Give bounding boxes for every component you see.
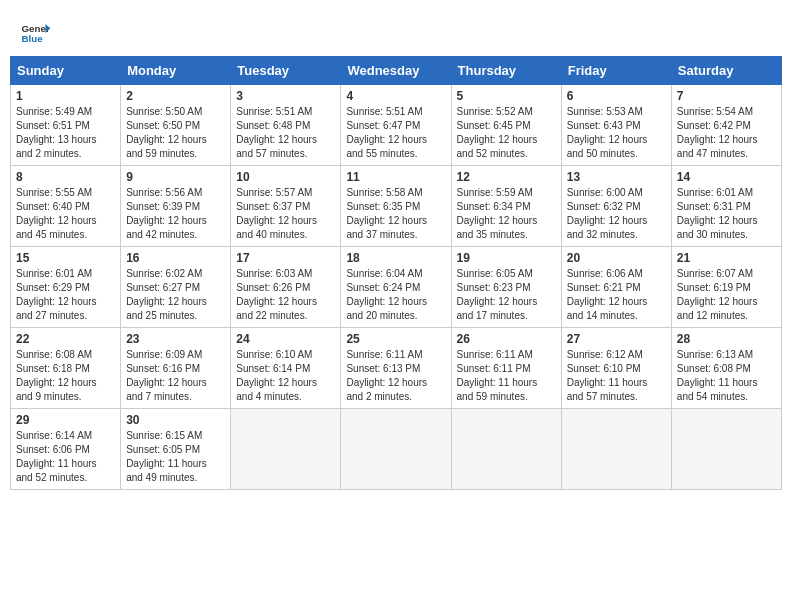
day-number: 24 (236, 332, 335, 346)
day-info: Sunrise: 5:59 AM Sunset: 6:34 PM Dayligh… (457, 186, 556, 242)
day-number: 21 (677, 251, 776, 265)
logo-icon: General Blue (20, 18, 50, 48)
day-number: 7 (677, 89, 776, 103)
calendar-day: 7Sunrise: 5:54 AM Sunset: 6:42 PM Daylig… (671, 85, 781, 166)
weekday-monday: Monday (121, 57, 231, 85)
calendar-day: 11Sunrise: 5:58 AM Sunset: 6:35 PM Dayli… (341, 166, 451, 247)
day-info: Sunrise: 6:01 AM Sunset: 6:31 PM Dayligh… (677, 186, 776, 242)
day-info: Sunrise: 6:02 AM Sunset: 6:27 PM Dayligh… (126, 267, 225, 323)
calendar-day: 28Sunrise: 6:13 AM Sunset: 6:08 PM Dayli… (671, 328, 781, 409)
day-info: Sunrise: 6:01 AM Sunset: 6:29 PM Dayligh… (16, 267, 115, 323)
svg-text:Blue: Blue (22, 33, 44, 44)
calendar-day: 5Sunrise: 5:52 AM Sunset: 6:45 PM Daylig… (451, 85, 561, 166)
calendar-day: 9Sunrise: 5:56 AM Sunset: 6:39 PM Daylig… (121, 166, 231, 247)
calendar-day: 18Sunrise: 6:04 AM Sunset: 6:24 PM Dayli… (341, 247, 451, 328)
calendar-day: 22Sunrise: 6:08 AM Sunset: 6:18 PM Dayli… (11, 328, 121, 409)
day-number: 3 (236, 89, 335, 103)
day-number: 19 (457, 251, 556, 265)
day-number: 29 (16, 413, 115, 427)
day-number: 9 (126, 170, 225, 184)
day-info: Sunrise: 6:07 AM Sunset: 6:19 PM Dayligh… (677, 267, 776, 323)
day-info: Sunrise: 6:08 AM Sunset: 6:18 PM Dayligh… (16, 348, 115, 404)
page-header: General Blue (10, 10, 782, 52)
day-info: Sunrise: 5:50 AM Sunset: 6:50 PM Dayligh… (126, 105, 225, 161)
day-info: Sunrise: 5:55 AM Sunset: 6:40 PM Dayligh… (16, 186, 115, 242)
calendar-day: 2Sunrise: 5:50 AM Sunset: 6:50 PM Daylig… (121, 85, 231, 166)
calendar-week-4: 22Sunrise: 6:08 AM Sunset: 6:18 PM Dayli… (11, 328, 782, 409)
calendar-body: 1Sunrise: 5:49 AM Sunset: 6:51 PM Daylig… (11, 85, 782, 490)
calendar-day (671, 409, 781, 490)
calendar-day: 10Sunrise: 5:57 AM Sunset: 6:37 PM Dayli… (231, 166, 341, 247)
day-number: 10 (236, 170, 335, 184)
calendar-day (451, 409, 561, 490)
calendar-day: 26Sunrise: 6:11 AM Sunset: 6:11 PM Dayli… (451, 328, 561, 409)
weekday-thursday: Thursday (451, 57, 561, 85)
day-info: Sunrise: 6:09 AM Sunset: 6:16 PM Dayligh… (126, 348, 225, 404)
day-number: 16 (126, 251, 225, 265)
calendar-day: 1Sunrise: 5:49 AM Sunset: 6:51 PM Daylig… (11, 85, 121, 166)
calendar-day: 19Sunrise: 6:05 AM Sunset: 6:23 PM Dayli… (451, 247, 561, 328)
calendar-week-1: 1Sunrise: 5:49 AM Sunset: 6:51 PM Daylig… (11, 85, 782, 166)
calendar-week-3: 15Sunrise: 6:01 AM Sunset: 6:29 PM Dayli… (11, 247, 782, 328)
day-number: 26 (457, 332, 556, 346)
weekday-sunday: Sunday (11, 57, 121, 85)
calendar-day: 14Sunrise: 6:01 AM Sunset: 6:31 PM Dayli… (671, 166, 781, 247)
day-number: 28 (677, 332, 776, 346)
day-number: 30 (126, 413, 225, 427)
day-number: 12 (457, 170, 556, 184)
day-number: 5 (457, 89, 556, 103)
day-number: 23 (126, 332, 225, 346)
day-info: Sunrise: 6:11 AM Sunset: 6:13 PM Dayligh… (346, 348, 445, 404)
day-info: Sunrise: 6:10 AM Sunset: 6:14 PM Dayligh… (236, 348, 335, 404)
day-number: 18 (346, 251, 445, 265)
calendar-day: 4Sunrise: 5:51 AM Sunset: 6:47 PM Daylig… (341, 85, 451, 166)
day-number: 1 (16, 89, 115, 103)
day-number: 25 (346, 332, 445, 346)
day-info: Sunrise: 6:13 AM Sunset: 6:08 PM Dayligh… (677, 348, 776, 404)
logo: General Blue (20, 18, 50, 48)
day-info: Sunrise: 5:52 AM Sunset: 6:45 PM Dayligh… (457, 105, 556, 161)
day-info: Sunrise: 6:03 AM Sunset: 6:26 PM Dayligh… (236, 267, 335, 323)
day-info: Sunrise: 5:51 AM Sunset: 6:48 PM Dayligh… (236, 105, 335, 161)
calendar-day: 8Sunrise: 5:55 AM Sunset: 6:40 PM Daylig… (11, 166, 121, 247)
day-info: Sunrise: 6:06 AM Sunset: 6:21 PM Dayligh… (567, 267, 666, 323)
weekday-tuesday: Tuesday (231, 57, 341, 85)
day-number: 2 (126, 89, 225, 103)
weekday-friday: Friday (561, 57, 671, 85)
calendar-day: 15Sunrise: 6:01 AM Sunset: 6:29 PM Dayli… (11, 247, 121, 328)
day-info: Sunrise: 5:49 AM Sunset: 6:51 PM Dayligh… (16, 105, 115, 161)
calendar-day: 24Sunrise: 6:10 AM Sunset: 6:14 PM Dayli… (231, 328, 341, 409)
day-info: Sunrise: 6:00 AM Sunset: 6:32 PM Dayligh… (567, 186, 666, 242)
weekday-saturday: Saturday (671, 57, 781, 85)
calendar-day: 23Sunrise: 6:09 AM Sunset: 6:16 PM Dayli… (121, 328, 231, 409)
day-info: Sunrise: 5:53 AM Sunset: 6:43 PM Dayligh… (567, 105, 666, 161)
calendar-day: 27Sunrise: 6:12 AM Sunset: 6:10 PM Dayli… (561, 328, 671, 409)
day-info: Sunrise: 6:15 AM Sunset: 6:05 PM Dayligh… (126, 429, 225, 485)
day-number: 22 (16, 332, 115, 346)
weekday-header-row: SundayMondayTuesdayWednesdayThursdayFrid… (11, 57, 782, 85)
calendar-day: 6Sunrise: 5:53 AM Sunset: 6:43 PM Daylig… (561, 85, 671, 166)
calendar-day: 21Sunrise: 6:07 AM Sunset: 6:19 PM Dayli… (671, 247, 781, 328)
calendar-day (231, 409, 341, 490)
day-number: 27 (567, 332, 666, 346)
day-info: Sunrise: 5:51 AM Sunset: 6:47 PM Dayligh… (346, 105, 445, 161)
day-number: 11 (346, 170, 445, 184)
calendar-day (561, 409, 671, 490)
calendar-day: 16Sunrise: 6:02 AM Sunset: 6:27 PM Dayli… (121, 247, 231, 328)
calendar-day: 13Sunrise: 6:00 AM Sunset: 6:32 PM Dayli… (561, 166, 671, 247)
day-number: 15 (16, 251, 115, 265)
calendar-week-5: 29Sunrise: 6:14 AM Sunset: 6:06 PM Dayli… (11, 409, 782, 490)
day-number: 8 (16, 170, 115, 184)
day-info: Sunrise: 6:04 AM Sunset: 6:24 PM Dayligh… (346, 267, 445, 323)
calendar-day: 12Sunrise: 5:59 AM Sunset: 6:34 PM Dayli… (451, 166, 561, 247)
calendar-day: 29Sunrise: 6:14 AM Sunset: 6:06 PM Dayli… (11, 409, 121, 490)
calendar-day: 30Sunrise: 6:15 AM Sunset: 6:05 PM Dayli… (121, 409, 231, 490)
day-number: 14 (677, 170, 776, 184)
calendar-day: 25Sunrise: 6:11 AM Sunset: 6:13 PM Dayli… (341, 328, 451, 409)
day-info: Sunrise: 5:56 AM Sunset: 6:39 PM Dayligh… (126, 186, 225, 242)
day-number: 17 (236, 251, 335, 265)
day-info: Sunrise: 6:14 AM Sunset: 6:06 PM Dayligh… (16, 429, 115, 485)
day-info: Sunrise: 6:05 AM Sunset: 6:23 PM Dayligh… (457, 267, 556, 323)
calendar-day (341, 409, 451, 490)
day-number: 6 (567, 89, 666, 103)
